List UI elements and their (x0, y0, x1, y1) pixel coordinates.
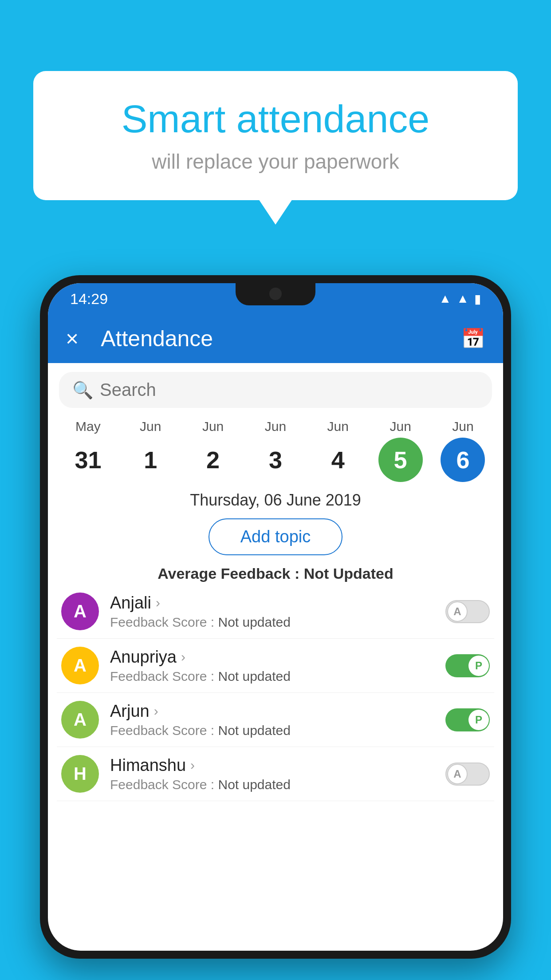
student-list: A Anjali › Feedback Score : Not updated … (48, 585, 503, 801)
student-name: Anjali › (110, 593, 445, 612)
list-item: A Anupriya › Feedback Score : Not update… (57, 639, 494, 693)
avg-feedback: Average Feedback : Not Updated (48, 560, 503, 585)
phone-screen: 14:29 ▲ ▲ ▮ × Attendance 📅 🔍 (48, 283, 503, 951)
chevron-right-icon: › (154, 703, 158, 719)
signal-icon: ▲ (457, 292, 469, 306)
attendance-toggle[interactable]: A (445, 763, 490, 786)
toggle-container[interactable]: P (445, 654, 490, 677)
phone-camera (269, 288, 282, 300)
battery-icon: ▮ (474, 292, 481, 306)
wifi-icon: ▲ (439, 292, 452, 306)
calendar-icon[interactable]: 📅 (461, 327, 485, 350)
phone-notch (236, 283, 315, 305)
search-input[interactable] (100, 380, 479, 400)
student-info[interactable]: Anupriya › Feedback Score : Not updated (110, 648, 445, 684)
app-title: Attendance (101, 326, 461, 352)
toggle-knob: A (447, 764, 468, 784)
close-button[interactable]: × (66, 326, 79, 352)
bubble-subtitle: will replace your paperwork (64, 150, 487, 174)
date-cell-1[interactable]: Jun 1 (122, 419, 179, 482)
status-icons: ▲ ▲ ▮ (439, 292, 481, 306)
student-info[interactable]: Arjun › Feedback Score : Not updated (110, 702, 445, 738)
attendance-toggle[interactable]: P (445, 654, 490, 677)
attendance-toggle[interactable]: A (445, 600, 490, 623)
toggle-container[interactable]: A (445, 600, 490, 623)
toggle-container[interactable]: P (445, 708, 490, 731)
list-item: A Arjun › Feedback Score : Not updated P (57, 693, 494, 747)
toggle-knob: P (468, 656, 489, 676)
date-cell-4[interactable]: Jun 4 (309, 419, 367, 482)
toggle-knob: P (468, 710, 489, 730)
student-name: Himanshu › (110, 756, 445, 775)
date-cell-3[interactable]: Jun 3 (247, 419, 304, 482)
phone-container: 14:29 ▲ ▲ ▮ × Attendance 📅 🔍 (40, 275, 511, 980)
student-feedback: Feedback Score : Not updated (110, 669, 445, 684)
date-strip: May 31 Jun 1 Jun 2 Jun 3 Jun 4 (48, 412, 503, 484)
list-item: A Anjali › Feedback Score : Not updated … (57, 585, 494, 639)
phone-outer: 14:29 ▲ ▲ ▮ × Attendance 📅 🔍 (40, 275, 511, 959)
date-cell-2[interactable]: Jun 2 (184, 419, 242, 482)
toggle-knob: A (447, 601, 468, 622)
student-info[interactable]: Himanshu › Feedback Score : Not updated (110, 756, 445, 792)
chevron-right-icon: › (190, 758, 195, 773)
chevron-right-icon: › (181, 649, 185, 664)
student-feedback: Feedback Score : Not updated (110, 777, 445, 792)
status-time: 14:29 (70, 290, 108, 308)
avatar: A (61, 647, 99, 684)
avatar: A (61, 593, 99, 630)
speech-bubble: Smart attendance will replace your paper… (33, 71, 518, 200)
student-feedback: Feedback Score : Not updated (110, 723, 445, 738)
student-name: Anupriya › (110, 648, 445, 667)
student-feedback: Feedback Score : Not updated (110, 615, 445, 630)
bubble-title: Smart attendance (64, 98, 487, 141)
student-name: Arjun › (110, 702, 445, 721)
list-item: H Himanshu › Feedback Score : Not update… (57, 747, 494, 801)
chevron-right-icon: › (156, 595, 160, 610)
add-topic-button[interactable]: Add topic (209, 518, 342, 555)
app-bar: × Attendance 📅 (48, 314, 503, 363)
toggle-container[interactable]: A (445, 763, 490, 786)
student-info[interactable]: Anjali › Feedback Score : Not updated (110, 593, 445, 630)
date-cell-0[interactable]: May 31 (59, 419, 117, 482)
avatar: H (61, 755, 99, 793)
attendance-toggle[interactable]: P (445, 708, 490, 731)
avatar: A (61, 701, 99, 739)
date-cell-5[interactable]: Jun 5 (372, 419, 429, 482)
date-cell-6[interactable]: Jun 6 (434, 419, 492, 482)
selected-date-label: Thursday, 06 June 2019 (48, 484, 503, 514)
search-icon: 🔍 (72, 380, 93, 400)
search-container[interactable]: 🔍 (59, 372, 492, 408)
